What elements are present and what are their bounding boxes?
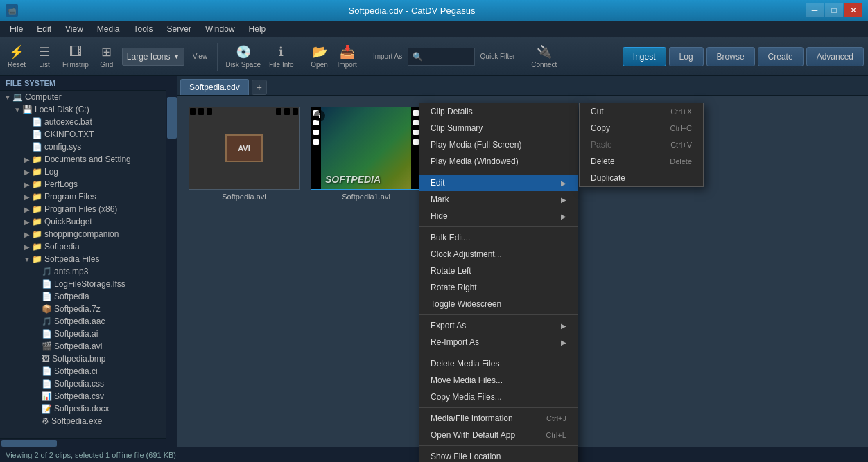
ctx-reimport-as[interactable]: Re-Import As ▶ (419, 334, 578, 350)
ctx-clip-summary[interactable]: Clip Summary (419, 120, 578, 136)
ctx-clip-details[interactable]: Clip Details (419, 103, 578, 120)
ctx-play-windowed[interactable]: Play Media (Windowed) (419, 153, 578, 170)
ctx-media-info[interactable]: Media/File Information Ctrl+J (419, 410, 578, 427)
ctx-hide[interactable]: Hide ▶ (419, 208, 578, 224)
ctx-rotate-right[interactable]: Rotate Right (419, 279, 578, 296)
ctx-edit[interactable]: Edit ▶ (419, 175, 578, 191)
hide-submenu-arrow: ▶ (561, 213, 566, 220)
ctx-open-default[interactable]: Open With Default App Ctrl+L (419, 427, 578, 443)
ctx-rotate-left[interactable]: Rotate Left (419, 263, 578, 279)
ctx-duplicate[interactable]: Duplicate (580, 170, 703, 186)
ctx-cut[interactable]: Cut Ctrl+X (580, 103, 703, 120)
ctx-delete[interactable]: Delete Delete (580, 153, 703, 170)
ctx-copy[interactable]: Copy Ctrl+C (580, 120, 703, 136)
ctx-move-media[interactable]: Move Media Files... (419, 372, 578, 389)
reimport-submenu-arrow: ▶ (561, 339, 566, 346)
ctx-sep-3 (419, 353, 578, 353)
ctx-show-file-location[interactable]: Show File Location (419, 448, 578, 462)
ctx-bulk-edit[interactable]: Bulk Edit... (419, 229, 578, 246)
context-menu: Clip Details Clip Summary Play Media (Fu… (419, 103, 578, 462)
submenu-edit: Cut Ctrl+X Copy Ctrl+C Paste Ctrl+V Dele… (579, 103, 704, 187)
ctx-play-fullscreen[interactable]: Play Media (Full Screen) (419, 136, 578, 153)
ctx-sep-0 (419, 172, 578, 172)
ctx-copy-media[interactable]: Copy Media Files... (419, 389, 578, 405)
ctx-mark[interactable]: Mark ▶ (419, 191, 578, 208)
ctx-delete-media[interactable]: Delete Media Files (419, 355, 578, 372)
ctx-sep-4 (419, 407, 578, 408)
ctx-sep-1 (419, 226, 578, 227)
context-menu-overlay[interactable]: Clip Details Clip Summary Play Media (Fu… (0, 0, 868, 462)
mark-submenu-arrow: ▶ (561, 196, 566, 204)
ctx-sep-2 (419, 314, 578, 315)
ctx-export-as[interactable]: Export As ▶ (419, 317, 578, 334)
ctx-toggle-widescreen[interactable]: Toggle Widescreen (419, 296, 578, 312)
export-submenu-arrow: ▶ (561, 322, 566, 330)
edit-submenu-arrow: ▶ (561, 179, 566, 187)
ctx-paste[interactable]: Paste Ctrl+V (580, 136, 703, 153)
ctx-sep-5 (419, 445, 578, 446)
ctx-clock-adj[interactable]: Clock Adjustment... (419, 246, 578, 263)
